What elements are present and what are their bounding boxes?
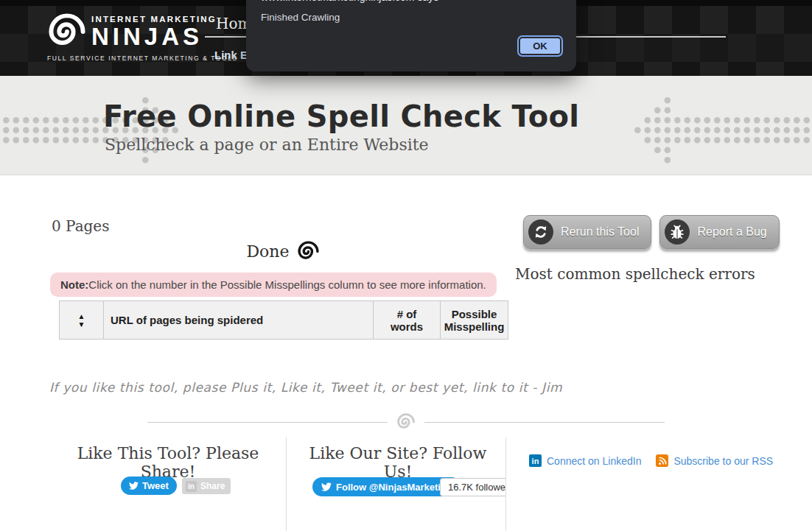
bug-icon xyxy=(665,219,690,245)
divider-swirl-wrap xyxy=(388,412,424,432)
column-header-words: # of words xyxy=(374,301,441,340)
common-errors-heading[interactable]: Most common spellcheck errors xyxy=(515,265,755,283)
hero-banner: Free Online Spell Check Tool Spellcheck … xyxy=(0,76,812,175)
section-divider xyxy=(147,422,665,423)
social-links: in Connect on LinkedIn Subscribe to our … xyxy=(529,454,773,467)
twitter-follow-button[interactable]: Follow @NinjasMarketing xyxy=(312,477,461,496)
rerun-tool-button[interactable]: Rerun this Tool xyxy=(523,215,651,249)
nav-item-link[interactable]: Link E xyxy=(214,49,248,61)
follower-count-text: 16.7K followers xyxy=(448,482,505,493)
dialog-ok-button[interactable]: OK xyxy=(519,37,561,55)
note-banner: Note:Click on the number in the Possible… xyxy=(50,272,497,297)
column-header-misspelling: Possible Misspelling xyxy=(441,301,508,340)
follower-count-notch xyxy=(440,483,444,491)
status-done: Done xyxy=(59,240,507,263)
report-bug-label: Report a Bug xyxy=(697,225,766,239)
table-header-row: ▲ ▼ URL of pages being spidered # of wor… xyxy=(60,301,508,340)
logo-tagline: FULL SERVICE INTERNET MARKETING & TOOLS xyxy=(47,54,195,62)
divider-swirl-icon xyxy=(396,412,416,432)
footer-divider-1 xyxy=(286,437,287,531)
browser-alert-dialog: www.internetmarketingninjas.com says Fin… xyxy=(246,0,576,71)
column-header-url: URL of pages being spidered xyxy=(104,301,374,340)
refresh-icon xyxy=(528,219,553,245)
page-title: Free Online Spell Check Tool xyxy=(103,99,579,133)
site-logo[interactable]: INTERNET MARKETING NINJAS FULL SERVICE I… xyxy=(47,12,195,62)
footer-divider-2 xyxy=(505,437,506,531)
twitter-bird-icon xyxy=(321,482,332,492)
linkedin-link-label: Connect on LinkedIn xyxy=(547,455,641,467)
linkedin-icon: in xyxy=(186,481,197,492)
ninja-swirl-logo-icon xyxy=(47,12,87,52)
rerun-tool-label: Rerun this Tool xyxy=(561,225,639,239)
tweet-button[interactable]: Tweet xyxy=(121,477,177,495)
linkedin-connect-link[interactable]: in Connect on LinkedIn xyxy=(529,454,641,467)
rss-link-label: Subscribe to our RSS xyxy=(673,455,773,467)
tweet-label: Tweet xyxy=(142,480,169,491)
spider-table: ▲ ▼ URL of pages being spidered # of wor… xyxy=(59,300,508,340)
rss-icon xyxy=(656,454,668,467)
dotted-arrow-left-decoration xyxy=(634,96,812,168)
rss-subscribe-link[interactable]: Subscribe to our RSS xyxy=(656,454,773,467)
sort-asc-icon[interactable]: ▲ xyxy=(60,312,103,320)
signature-note: If you like this tool, please Plus it, L… xyxy=(49,380,562,395)
dialog-origin-text: www.internetmarketingninjas.com says xyxy=(261,0,438,3)
note-prefix: Note: xyxy=(60,278,88,291)
follow-label: Follow @NinjasMarketing xyxy=(336,482,452,493)
tool-buttons: Rerun this Tool Report a Bug xyxy=(523,215,780,249)
dialog-message: Finished Crawling xyxy=(261,12,340,23)
sort-header[interactable]: ▲ ▼ xyxy=(60,301,104,340)
done-label: Done xyxy=(246,242,289,261)
share-tool-heading: Like This Tool? Please Share! xyxy=(57,444,279,481)
logo-name-text: NINJAS xyxy=(91,24,217,49)
share-label: Share xyxy=(200,481,225,491)
spinner-swirl-icon xyxy=(297,240,320,263)
follow-us-heading: Like Our Site? Follow Us! xyxy=(295,444,501,481)
linkedin-share-button[interactable]: in Share xyxy=(182,478,231,494)
note-text: Click on the number in the Possible Miss… xyxy=(88,278,486,291)
pages-count: 0 Pages xyxy=(52,217,109,235)
follower-count: 16.7K followers xyxy=(440,478,505,496)
twitter-bird-icon xyxy=(129,481,139,490)
sort-desc-icon[interactable]: ▼ xyxy=(60,320,103,328)
linkedin-icon: in xyxy=(529,454,542,467)
page: INTERNET MARKETING NINJAS FULL SERVICE I… xyxy=(0,0,812,531)
report-bug-button[interactable]: Report a Bug xyxy=(659,215,779,249)
page-subtitle: Spellcheck a page or an Entire Website xyxy=(105,136,429,154)
